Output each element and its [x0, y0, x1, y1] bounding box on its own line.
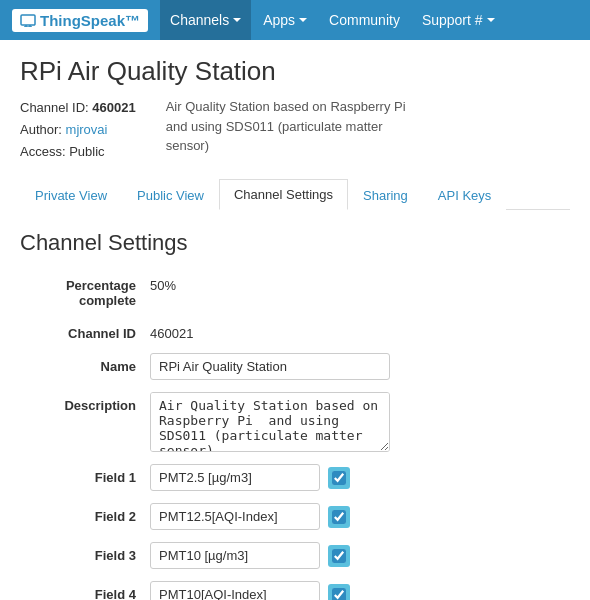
access-row: Access: Public: [20, 141, 136, 163]
channel-id-row: Channel ID: 460021: [20, 97, 136, 119]
form-row-field3: Field 3: [20, 542, 570, 569]
field2-checkbox-container: [328, 506, 350, 528]
field1-label: Field 1: [20, 464, 150, 485]
nav-items: Channels Apps Community Support #: [160, 0, 505, 40]
navbar: ThingSpeak™ Channels Apps Community Supp…: [0, 0, 590, 40]
form-row-percentage: Percentage complete 50%: [20, 272, 570, 308]
form-row-channel-id: Channel ID 460021: [20, 320, 570, 341]
channel-settings-section: Channel Settings Percentage complete 50%…: [20, 230, 570, 600]
author-link[interactable]: mjrovai: [66, 122, 108, 137]
section-title: Channel Settings: [20, 230, 570, 256]
nav-channels[interactable]: Channels: [160, 0, 251, 40]
field4-checkbox[interactable]: [332, 588, 346, 600]
nav-apps[interactable]: Apps: [253, 0, 317, 40]
form-row-description: Description: [20, 392, 570, 452]
monitor-icon: [20, 14, 36, 27]
field3-checkbox-container: [328, 545, 350, 567]
meta-left: Channel ID: 460021 Author: mjrovai Acces…: [20, 97, 136, 163]
support-caret-icon: [487, 18, 495, 22]
description-label: Description: [20, 392, 150, 413]
apps-caret-icon: [299, 18, 307, 22]
form-row-name: Name: [20, 353, 570, 380]
nav-community[interactable]: Community: [319, 0, 410, 40]
field2-checkbox[interactable]: [332, 510, 346, 524]
tab-public-view[interactable]: Public View: [122, 180, 219, 210]
field1-input[interactable]: [150, 464, 320, 491]
field2-row: [150, 503, 350, 530]
field4-row: [150, 581, 350, 600]
page-content: RPi Air Quality Station Channel ID: 4600…: [0, 40, 590, 600]
nav-support[interactable]: Support #: [412, 0, 505, 40]
field1-checkbox[interactable]: [332, 471, 346, 485]
tab-channel-settings[interactable]: Channel Settings: [219, 179, 348, 210]
field2-label: Field 2: [20, 503, 150, 524]
field3-checkbox[interactable]: [332, 549, 346, 563]
percentage-label: Percentage complete: [20, 272, 150, 308]
form-row-field2: Field 2: [20, 503, 570, 530]
author-row: Author: mjrovai: [20, 119, 136, 141]
field1-row: [150, 464, 350, 491]
brand-logo[interactable]: ThingSpeak™: [12, 9, 148, 32]
form-row-field4: Field 4: [20, 581, 570, 600]
channel-id-value: 460021: [92, 100, 135, 115]
field4-checkbox-container: [328, 584, 350, 600]
description-textarea[interactable]: [150, 392, 390, 452]
field3-label: Field 3: [20, 542, 150, 563]
field3-input[interactable]: [150, 542, 320, 569]
tab-private-view[interactable]: Private View: [20, 180, 122, 210]
field4-label: Field 4: [20, 581, 150, 600]
field4-input[interactable]: [150, 581, 320, 600]
field3-row: [150, 542, 350, 569]
name-label: Name: [20, 353, 150, 374]
svg-rect-0: [21, 15, 35, 25]
meta-right: Air Quality Station based on Raspberry P…: [166, 97, 426, 163]
tab-sharing[interactable]: Sharing: [348, 180, 423, 210]
channels-caret-icon: [233, 18, 241, 22]
percentage-value: 50%: [150, 272, 176, 293]
channel-id-form-label: Channel ID: [20, 320, 150, 341]
field1-checkbox-container: [328, 467, 350, 489]
name-input[interactable]: [150, 353, 390, 380]
channel-id-form-value: 460021: [150, 320, 193, 341]
page-title: RPi Air Quality Station: [20, 56, 570, 87]
field2-input[interactable]: [150, 503, 320, 530]
form-row-field1: Field 1: [20, 464, 570, 491]
access-value: Public: [69, 144, 104, 159]
tabs: Private View Public View Channel Setting…: [20, 179, 570, 210]
tab-api-keys[interactable]: API Keys: [423, 180, 506, 210]
channel-meta: Channel ID: 460021 Author: mjrovai Acces…: [20, 97, 570, 163]
